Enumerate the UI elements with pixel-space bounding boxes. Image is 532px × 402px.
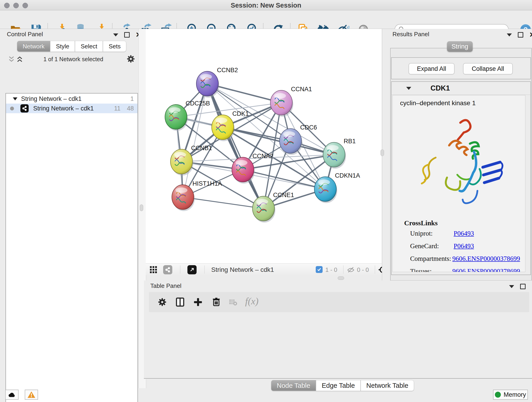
results-panel-float-icon[interactable] [518, 32, 523, 38]
selected-count-label: 1 - 0 [325, 266, 337, 274]
tab-network-table[interactable]: Network Table [361, 380, 414, 391]
crosslink-label: Uniprot: [410, 230, 454, 237]
memory-button[interactable]: Memory [493, 390, 528, 400]
crosslink-link[interactable]: P06493 [454, 230, 474, 237]
control-panel-float-icon[interactable] [124, 32, 130, 38]
protein-section: CDK1 cyclin–dependent kinase 1 [391, 81, 531, 275]
panel-divider [144, 378, 532, 379]
section-collapse-icon[interactable] [406, 87, 411, 90]
grid-view-button[interactable] [150, 266, 157, 274]
create-column-button[interactable] [193, 297, 203, 307]
network-node-RB1[interactable]: RB1 [323, 138, 356, 169]
collapse-all-button[interactable]: Collapse All [463, 63, 513, 75]
table-panel-menu-icon[interactable] [509, 285, 514, 288]
node-label-CDC25B: CDC25B [186, 100, 210, 107]
network-type-icon [163, 265, 172, 274]
table-gear-button[interactable] [158, 298, 167, 307]
network-row-label: String Network – cdk1 [33, 105, 94, 112]
crosslink-label: GeneCard: [410, 242, 454, 250]
function-builder-button: f(x) [245, 296, 259, 307]
tab-sets[interactable]: Sets [103, 41, 126, 52]
results-panel-menu-icon[interactable] [507, 33, 512, 36]
collapse-all-tree-button[interactable] [8, 56, 15, 63]
node-label-CCNB2: CCNB2 [217, 67, 238, 74]
open-in-window-button[interactable] [187, 265, 196, 274]
tab-node-table[interactable]: Node Table [271, 380, 316, 391]
collection-count: 1 [130, 95, 134, 102]
network-node-HIST1H1A[interactable]: HIST1H1A [172, 180, 222, 211]
table-panel-float-icon[interactable] [520, 284, 526, 289]
network-node-CDKN1A[interactable]: CDKN1A [314, 172, 360, 203]
control-panel-menu-icon[interactable] [113, 33, 118, 36]
tree-expand-icon[interactable] [13, 97, 17, 100]
network-view-title: String Network – cdk1 [211, 266, 274, 274]
expand-collapse-bar: Expand All Collapse All [391, 57, 531, 79]
protein-name: CDK1 [431, 84, 450, 92]
network-row-selected[interactable]: String Network – cdk1 11 48 [6, 104, 138, 113]
expand-all-button[interactable]: Expand All [409, 63, 455, 75]
protein-section-header[interactable]: CDK1 [392, 82, 530, 95]
tab-style[interactable]: Style [50, 41, 75, 52]
results-panel-close-icon[interactable]: ✕ [529, 32, 532, 37]
right-splitter-handle[interactable] [380, 149, 384, 156]
bottom-splitter-handle[interactable] [338, 276, 344, 280]
cloud-status-button[interactable] [5, 390, 19, 400]
node-label-CCNE1: CCNE1 [273, 191, 294, 198]
select-columns-button[interactable] [175, 297, 185, 307]
window-title: Session: New Session [0, 2, 532, 9]
network-node-CDC6[interactable]: CDC6 [279, 124, 317, 155]
hidden-count-label: 0 - 0 [357, 266, 369, 274]
protein-details: cyclin–dependent kinase 1 [393, 95, 527, 272]
crosslink-link[interactable]: P06493 [454, 242, 474, 250]
node-label-RB1: RB1 [344, 138, 356, 145]
tab-select[interactable]: Select [75, 41, 103, 52]
network-edge-CDK1-RB1[interactable] [223, 127, 334, 155]
node-label-CCNA1: CCNA1 [291, 86, 312, 93]
table-tabs: Node TableEdge TableNetwork Table [271, 380, 414, 391]
tab-edge-table[interactable]: Edge Table [316, 380, 361, 391]
crosslink-row: Uniprot:P06493 [410, 230, 520, 237]
tab-network[interactable]: Network [17, 41, 50, 52]
results-panel-title: Results Panel [393, 31, 429, 38]
memory-status-dot [495, 392, 501, 398]
warning-status-button[interactable] [25, 390, 38, 400]
left-splitter-handle[interactable] [140, 204, 143, 211]
control-panel-title: Control Panel [7, 31, 43, 38]
network-tree: String Network – cdk1 1 String Network –… [6, 93, 138, 402]
delete-table-button [229, 298, 237, 306]
crosslink-link[interactable]: 9606.ENSP00000378699 [452, 268, 520, 272]
table-panel-title: Table Panel [150, 282, 181, 289]
crosslink-row: Tissues:9606.ENSP00000378699 [410, 268, 520, 272]
expand-all-tree-button[interactable] [16, 56, 23, 63]
crosslink-link[interactable]: 9606.ENSP00000378699 [452, 255, 520, 262]
node-label-HIST1H1A: HIST1H1A [192, 180, 222, 187]
tab-string[interactable]: String [447, 41, 473, 52]
selected-checkbox[interactable] [316, 266, 323, 273]
table-panel: Table Panel ✕ [144, 281, 532, 379]
edge-count: 48 [127, 105, 134, 112]
gear-icon [127, 55, 135, 63]
network-canvas[interactable]: CCNB2CCNA1CDC25BCDK1CDC6RB1CCNB1CCNA2CDK… [146, 29, 382, 263]
cloud-icon [8, 391, 16, 398]
crosslinks-title: CrossLinks [404, 219, 438, 227]
network-edge-HIST1H1A-CCNE1[interactable] [183, 197, 264, 209]
results-panel: Results Panel ✕ String Expand All Collap… [382, 29, 532, 281]
node-label-CCNB1: CCNB1 [191, 145, 212, 152]
protein-description: cyclin–dependent kinase 1 [400, 99, 476, 107]
expand-all-label: Expand All [417, 65, 446, 72]
node-label-CCNA2: CCNA2 [253, 153, 273, 160]
node-label-CDK1: CDK1 [232, 110, 249, 117]
network-selection-status: 1 of 1 Network selected [27, 56, 119, 63]
network-collection-row[interactable]: String Network – cdk1 1 [6, 94, 138, 104]
delete-column-button[interactable] [211, 297, 221, 307]
network-node-CCNB2[interactable]: CCNB2 [196, 67, 238, 98]
hidden-eye-slash-icon [347, 266, 355, 273]
network-panel-gear-button[interactable] [127, 55, 135, 63]
control-panel: Control Panel ✕ NetworkStyleSelectSets 1… [0, 29, 138, 388]
results-scrollbar-track[interactable] [525, 95, 530, 272]
network-node-CCNE1[interactable]: CCNE1 [253, 191, 294, 223]
protein-structure-image [413, 114, 507, 212]
title-bar: Session: New Session [0, 0, 532, 10]
toolbar-separator [375, 265, 375, 274]
table-toolbar: f(x) [149, 292, 529, 312]
